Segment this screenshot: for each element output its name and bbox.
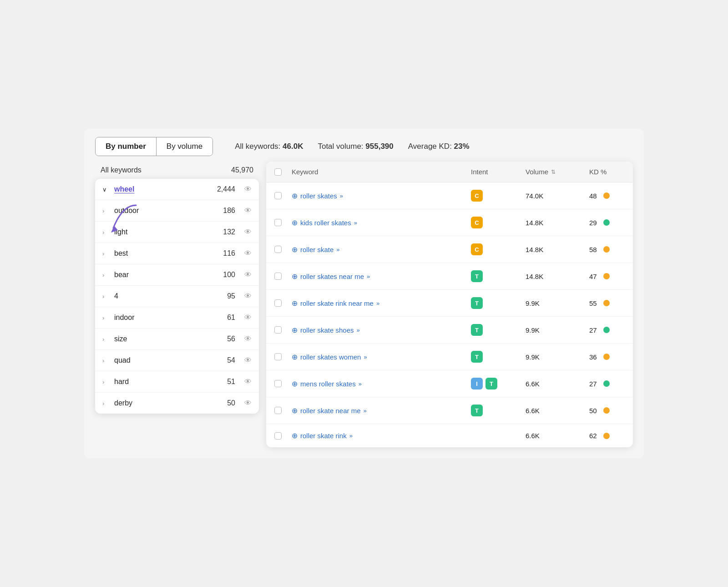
- table-row: ⊕ roller skate shoes »T9.9K27: [266, 317, 633, 344]
- tree-item-count: 56: [227, 335, 235, 343]
- table-header: Keyword Intent Volume ⇅ KD %: [266, 162, 633, 182]
- kd-dot: [603, 327, 610, 333]
- keyword-link[interactable]: ⊕ mens roller skates »: [292, 380, 362, 388]
- volume-value: 14.8K: [526, 273, 543, 280]
- eye-icon[interactable]: 👁: [244, 335, 252, 343]
- row-checkbox[interactable]: [274, 219, 282, 226]
- tree-item-name: quad: [114, 356, 222, 364]
- row-kd-cell: 58: [586, 238, 631, 261]
- keyword-link[interactable]: ⊕ roller skates women »: [292, 353, 367, 361]
- table-row: ⊕ roller skate near me »T6.6K50: [266, 397, 633, 424]
- row-keyword-cell: ⊕ roller skates near me »: [288, 265, 467, 288]
- row-checkbox[interactable]: [274, 326, 282, 334]
- intent-badge: T: [471, 405, 483, 416]
- tree-item[interactable]: ∨wheel2,444👁: [95, 179, 259, 200]
- eye-icon[interactable]: 👁: [244, 249, 252, 258]
- tree-item-count: 100: [223, 271, 235, 279]
- tree-item[interactable]: ›bear100👁: [95, 264, 259, 286]
- row-intent-cell: T: [467, 263, 522, 289]
- intent-badge: I: [471, 378, 483, 390]
- tree-item[interactable]: ›indoor61👁: [95, 307, 259, 329]
- row-checkbox[interactable]: [274, 246, 282, 253]
- chevron-right-icon: »: [357, 327, 360, 334]
- tree-item-count: 132: [223, 228, 235, 236]
- eye-icon[interactable]: 👁: [244, 185, 252, 193]
- volume-value: 6.6K: [526, 407, 540, 415]
- row-intent-cell: C: [467, 182, 522, 209]
- row-checkbox[interactable]: [274, 407, 282, 414]
- keyword-link[interactable]: ⊕ roller skate »: [292, 245, 340, 254]
- chevron-right-icon: »: [367, 273, 370, 280]
- tree-item[interactable]: ›size56👁: [95, 329, 259, 350]
- row-checkbox-cell: [268, 425, 288, 447]
- plus-circle-icon: ⊕: [292, 406, 298, 415]
- keyword-link[interactable]: ⊕ roller skates near me »: [292, 272, 370, 281]
- chevron-icon: ›: [102, 272, 110, 278]
- tree-item[interactable]: ›hard51👁: [95, 371, 259, 393]
- eye-icon[interactable]: 👁: [244, 271, 252, 279]
- plus-circle-icon: ⊕: [292, 431, 298, 440]
- row-checkbox-cell: [268, 346, 288, 368]
- table-row: ⊕ roller skates »C74.0K48: [266, 182, 633, 209]
- keyword-link[interactable]: ⊕ kids roller skates »: [292, 218, 357, 227]
- eye-icon[interactable]: 👁: [244, 292, 252, 300]
- plus-circle-icon: ⊕: [292, 272, 298, 281]
- all-keywords-row: All keywords 45,970: [95, 162, 259, 179]
- keyword-link[interactable]: ⊕ roller skate rink »: [292, 431, 353, 440]
- th-volume[interactable]: Volume ⇅: [522, 162, 586, 182]
- row-volume-cell: 9.9K: [522, 292, 586, 314]
- row-intent-cell: C: [467, 236, 522, 263]
- eye-icon[interactable]: 👁: [244, 378, 252, 386]
- arrow-annotation: [95, 201, 145, 239]
- row-checkbox[interactable]: [274, 273, 282, 280]
- volume-value: 14.8K: [526, 246, 543, 253]
- eye-icon[interactable]: 👁: [244, 356, 252, 364]
- eye-icon[interactable]: 👁: [244, 399, 252, 407]
- row-keyword-cell: ⊕ roller skates »: [288, 184, 467, 207]
- tab-by-number[interactable]: By number: [96, 137, 157, 156]
- th-intent: Intent: [467, 162, 522, 182]
- volume-value: 6.6K: [526, 380, 540, 388]
- row-intent-cell: IT: [467, 370, 522, 397]
- plus-circle-icon: ⊕: [292, 192, 298, 200]
- tree-item[interactable]: ›quad54👁: [95, 350, 259, 371]
- chevron-icon: ›: [102, 250, 110, 257]
- row-kd-cell: 27: [586, 373, 631, 395]
- row-keyword-cell: ⊕ roller skate »: [288, 238, 467, 261]
- kd-value: 48: [589, 192, 597, 200]
- chevron-icon: ›: [102, 314, 110, 321]
- row-checkbox[interactable]: [274, 380, 282, 387]
- right-panel: Keyword Intent Volume ⇅ KD % ⊕ roller sk…: [266, 162, 633, 447]
- keyword-table: Keyword Intent Volume ⇅ KD % ⊕ roller sk…: [266, 162, 633, 447]
- tree-item-count: 95: [227, 292, 235, 300]
- row-checkbox[interactable]: [274, 432, 282, 440]
- row-checkbox[interactable]: [274, 299, 282, 307]
- tree-item-count: 116: [223, 249, 235, 258]
- eye-icon[interactable]: 👁: [244, 228, 252, 236]
- eye-icon[interactable]: 👁: [244, 207, 252, 215]
- kd-value: 27: [589, 380, 597, 388]
- keyword-link[interactable]: ⊕ roller skate rink near me »: [292, 299, 379, 308]
- tree-item[interactable]: ›derby50👁: [95, 393, 259, 414]
- plus-circle-icon: ⊕: [292, 380, 298, 388]
- row-checkbox[interactable]: [274, 353, 282, 360]
- intent-badge: T: [471, 270, 483, 282]
- row-intent-cell: T: [467, 290, 522, 316]
- th-checkbox: [268, 162, 288, 182]
- row-intent-cell: [467, 429, 522, 443]
- plus-circle-icon: ⊕: [292, 326, 298, 334]
- tab-by-volume[interactable]: By volume: [157, 137, 212, 156]
- row-intent-cell: T: [467, 397, 522, 424]
- eye-icon[interactable]: 👁: [244, 314, 252, 322]
- row-checkbox[interactable]: [274, 192, 282, 199]
- kd-dot: [603, 407, 610, 414]
- keyword-link[interactable]: ⊕ roller skate near me »: [292, 406, 367, 415]
- header-checkbox[interactable]: [274, 168, 282, 176]
- keyword-link[interactable]: ⊕ roller skates »: [292, 192, 343, 200]
- tree-item-count: 54: [227, 356, 235, 364]
- tree-item[interactable]: ›best116👁: [95, 243, 259, 264]
- tree-item-count: 51: [227, 378, 235, 386]
- keyword-link[interactable]: ⊕ roller skate shoes »: [292, 326, 360, 334]
- tree-item[interactable]: ›495👁: [95, 286, 259, 307]
- intent-badge: T: [485, 378, 497, 390]
